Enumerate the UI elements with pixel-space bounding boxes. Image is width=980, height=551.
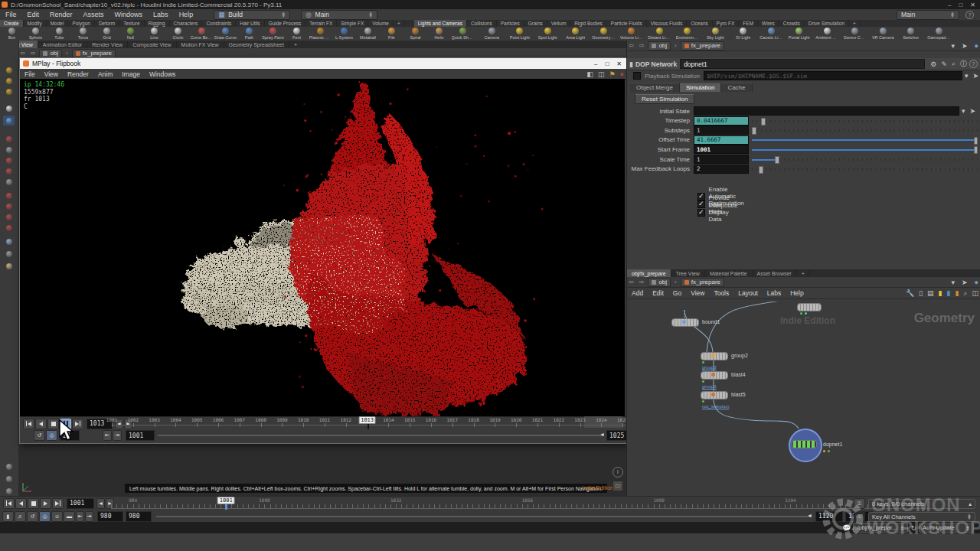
mplay-titlebar[interactable]: MPlay - Flipbook – □ ✕ [20,58,626,69]
shelf-tool-sphere[interactable]: Sphere [24,27,47,41]
link-icon[interactable]: ● [972,279,980,286]
shelf-tool-spiral[interactable]: Spiral [403,27,427,41]
shelf-tool-quick-shapes[interactable]: Quick Shapes [451,27,475,41]
breadcrumb-node[interactable]: fx_prepare [681,278,724,287]
shelf-tab-simple-fx[interactable]: Simple FX [337,20,368,27]
mplay-menu-view[interactable]: View [40,70,63,78]
mplay-step-back-button[interactable]: ◄ [115,419,123,429]
param-value-field[interactable]: 0.0416667 [694,116,749,126]
param-slider[interactable] [752,117,978,125]
param-slider[interactable] [752,155,978,163]
pin-icon[interactable]: ➤ [959,42,970,50]
shelf-tab-fem[interactable]: FEM [739,20,758,27]
shelf-tool-draw-curve[interactable]: Draw Curve [214,27,237,41]
left-toolbar-icon-6[interactable] [3,145,15,155]
link-icon[interactable]: ● [972,42,980,50]
menu-assets[interactable]: Assets [78,11,109,18]
param-slider[interactable] [752,165,978,173]
range-start-set-button[interactable]: ⇤ [103,430,112,441]
tl-stop-button[interactable] [28,498,39,509]
mplay-menu-windows[interactable]: Windows [145,70,180,78]
refresh-icon[interactable]: ↻ [908,524,919,532]
shelf-tab-model[interactable]: Model [47,20,69,27]
menu-help[interactable]: Help [174,11,199,18]
shelf-tool-curve-bezier[interactable]: Curve Bezier [190,27,214,41]
network-menu-go[interactable]: Go [668,289,686,297]
dop-tab-cache[interactable]: Cache [721,83,752,92]
pane-tab-motion-fx-view[interactable]: Motion FX View [177,41,224,48]
playback-end-field[interactable]: 1120 [815,511,843,522]
list-icon[interactable]: ▤ [925,289,936,297]
shelf-tool-l-system[interactable]: L-System [332,27,356,41]
tl-range-slider[interactable]: ◄ [156,516,811,517]
grid-icon[interactable]: ◫ [969,289,980,297]
shelf-tab-grains[interactable]: Grains [524,20,547,27]
update-mode-dropdown[interactable]: Auto Update ▲▼ [919,523,974,533]
left-toolbar-icon-9[interactable] [3,177,15,187]
shelf-tab-modify[interactable]: Modify [24,20,47,27]
breadcrumb-node[interactable]: fx_prepare [72,49,116,58]
dop-tab-simulation[interactable]: Simulation [680,83,721,92]
search-icon[interactable]: ⌕ [949,60,958,68]
mplay-menu-anim[interactable]: Anim [93,70,117,78]
shelf-tool-distant-light[interactable]: Distant Light [645,27,674,41]
shelf-tool-point-light[interactable]: Point Light [506,27,534,41]
key-icon[interactable]: ⚿ [854,498,865,509]
shelf-tool-grid[interactable]: Grid [95,27,119,41]
param-value-field[interactable]: 41.6667 [694,135,749,145]
shelf-tool-line[interactable]: Line [142,27,166,41]
keying-icon[interactable]: ▯ [916,289,925,297]
menu-render[interactable]: Render [44,11,78,18]
nav-forward-icon[interactable]: ⇨ [638,279,646,285]
mplay-close-button[interactable]: ✕ [616,60,622,67]
slider-handle[interactable] [974,137,978,145]
shelf-tool-tube[interactable]: Tube [47,27,71,41]
param-value-field[interactable] [694,106,959,116]
checkbox[interactable]: ✓ [697,209,705,217]
shelf-tab-crowds[interactable]: Crowds [779,20,805,27]
mplay-pane-icon[interactable]: ◧ [584,70,596,78]
nav-back-icon[interactable]: ⇦ [627,279,635,285]
param-slider[interactable] [752,136,978,144]
left-toolbar-icon-18[interactable] [3,474,15,484]
path-dropdown-icon[interactable]: ▾ [949,42,957,50]
left-toolbar-icon-8[interactable] [3,166,15,176]
shelf-tool-sky-light[interactable]: Sky Light [701,27,730,41]
record-icon[interactable]: ● [618,70,626,78]
shelf-tab-rigid-bodies[interactable]: Rigid Bodies [570,20,607,27]
slider-handle[interactable] [761,118,766,126]
window-minimize-button[interactable]: – [948,2,951,8]
pane-tab-render-view[interactable]: Render View [87,41,128,48]
shape-palette-icon[interactable]: ▮ [945,289,953,297]
network-menu-tools[interactable]: Tools [709,289,733,297]
pane-tab-obj-fx-prepare[interactable]: obj/fx_prepare [627,269,671,277]
mplay-menu-file[interactable]: File [20,70,40,78]
shelf-tab-particles[interactable]: Particles [497,20,524,27]
tl-jump-end-button[interactable] [52,498,64,509]
breadcrumb-root[interactable]: obj [648,41,671,51]
slider-handle[interactable] [775,156,779,164]
reset-simulation-button[interactable]: Reset Simulation [635,94,694,104]
pane-tab-asset-browser[interactable]: Asset Browser [753,269,797,277]
loop-mode-icon[interactable]: ↺ [27,511,38,522]
mplay-viewport[interactable]: ip 14:32:46 1559x877 fr 1013 C [20,79,625,416]
shelf-tab-lights-and-cameras[interactable]: Lights and Cameras [414,20,467,27]
mplay-jump-start-button[interactable] [23,419,34,429]
shelf-tab-drive-simulation[interactable]: Drive Simulation [805,20,849,27]
realtime-toggle-icon[interactable]: ◎ [39,511,51,522]
tl-jump-start-button[interactable] [3,498,15,509]
shelf-tool-box[interactable]: Box [0,27,24,41]
snapshot-icon[interactable]: ▭ [612,481,623,491]
path-dropdown-icon[interactable]: ▾ [949,279,957,286]
flag-icon[interactable]: ⚑ [606,70,617,78]
realtime-toggle-icon[interactable]: ◎ [46,430,57,441]
shelf-tab-polygon[interactable]: Polygon [68,20,95,27]
tl-step-back-button[interactable]: ◄ [96,498,105,509]
pane-tab-animation-editor[interactable]: Animation Editor [38,41,87,48]
network-canvas[interactable]: Geometry Indie Edition bound1group2group… [627,302,980,496]
slider-handle[interactable] [974,146,978,154]
search-icon[interactable]: ⌕ [961,289,969,298]
range-start-set-button[interactable]: ⇤ [76,511,84,522]
help-icon[interactable]: ? [969,60,978,68]
left-toolbar-icon-4[interactable] [3,116,15,126]
